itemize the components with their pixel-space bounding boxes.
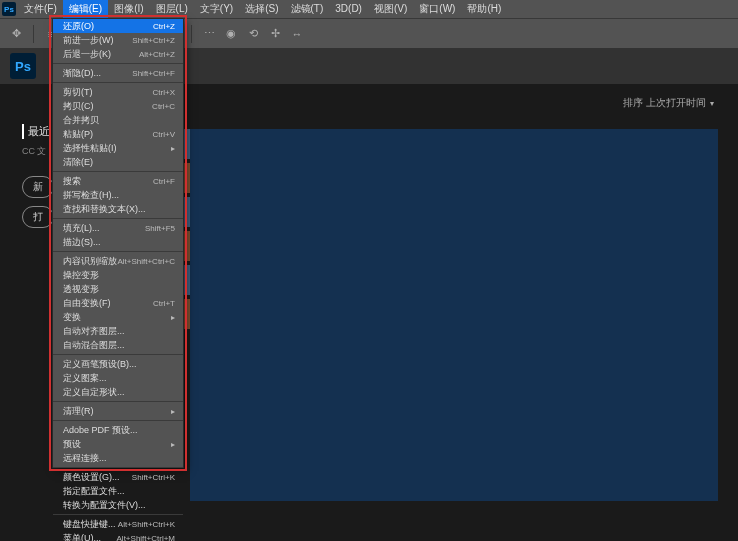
menu-文字y[interactable]: 文字(Y) — [194, 0, 239, 18]
menu-窗口w[interactable]: 窗口(W) — [413, 0, 461, 18]
menu-separator — [53, 420, 183, 421]
menubar: Ps 文件(F)编辑(E)图像(I)图层(L)文字(Y)选择(S)滤镜(T)3D… — [0, 0, 738, 18]
menu-item[interactable]: 内容识别缩放Alt+Shift+Ctrl+C — [53, 254, 183, 268]
menu-item[interactable]: 搜索Ctrl+F — [53, 174, 183, 188]
menu-item[interactable]: Adobe PDF 预设... — [53, 423, 183, 437]
menu-图层l[interactable]: 图层(L) — [150, 0, 194, 18]
menu-separator — [53, 251, 183, 252]
recent-label: 最近 — [22, 124, 54, 139]
canvas-area — [190, 129, 718, 501]
menu-item[interactable]: 变换 — [53, 310, 183, 324]
menu-separator — [53, 401, 183, 402]
menu-item[interactable]: 填充(L)...Shift+F5 — [53, 221, 183, 235]
3d-mode-icon[interactable]: ◉ — [223, 26, 239, 42]
menu-item[interactable]: 颜色设置(G)...Shift+Ctrl+K — [53, 470, 183, 484]
menu-编辑e[interactable]: 编辑(E) — [63, 0, 108, 18]
ps-logo-small: Ps — [2, 2, 16, 16]
menu-item[interactable]: 远程连接... — [53, 451, 183, 465]
sort-dropdown[interactable]: 排序 上次打开时间 — [623, 96, 714, 110]
menu-item[interactable]: 指定配置文件... — [53, 484, 183, 498]
menu-帮助h[interactable]: 帮助(H) — [461, 0, 507, 18]
move-tool-icon[interactable]: ✥ — [8, 26, 24, 42]
menu-视图v[interactable]: 视图(V) — [368, 0, 413, 18]
open-button[interactable]: 打 — [22, 206, 54, 228]
menu-separator — [53, 171, 183, 172]
menu-separator — [53, 467, 183, 468]
more-icon[interactable]: ⋯ — [201, 26, 217, 42]
menu-选择s[interactable]: 选择(S) — [239, 0, 284, 18]
menu-separator — [53, 63, 183, 64]
menu-separator — [53, 514, 183, 515]
menu-item[interactable]: 拷贝(C)Ctrl+C — [53, 99, 183, 113]
home-left-panel: 最近 CC 文 新 打 — [22, 124, 54, 236]
new-button[interactable]: 新 — [22, 176, 54, 198]
menu-item[interactable]: 后退一步(K)Alt+Ctrl+Z — [53, 47, 183, 61]
cc-files-label: CC 文 — [22, 145, 54, 158]
menu-item[interactable]: 还原(O)Ctrl+Z — [53, 19, 183, 33]
menu-item[interactable]: 键盘快捷键...Alt+Shift+Ctrl+K — [53, 517, 183, 531]
menu-item[interactable]: 操控变形 — [53, 268, 183, 282]
menu-滤镜t[interactable]: 滤镜(T) — [285, 0, 330, 18]
menu-item[interactable]: 自动混合图层... — [53, 338, 183, 352]
menu-separator — [53, 82, 183, 83]
menu-item[interactable]: 描边(S)... — [53, 235, 183, 249]
ps-logo-icon: Ps — [10, 53, 36, 79]
menu-3dd[interactable]: 3D(D) — [329, 0, 368, 18]
menu-item[interactable]: 渐隐(D)...Shift+Ctrl+F — [53, 66, 183, 80]
menu-item[interactable]: 选择性粘贴(I) — [53, 141, 183, 155]
menu-item[interactable]: 转换为配置文件(V)... — [53, 498, 183, 512]
menu-item[interactable]: 透视变形 — [53, 282, 183, 296]
menu-item[interactable]: 定义画笔预设(B)... — [53, 357, 183, 371]
menu-item[interactable]: 定义自定形状... — [53, 385, 183, 399]
menu-item[interactable]: 粘贴(P)Ctrl+V — [53, 127, 183, 141]
menu-item[interactable]: 预设 — [53, 437, 183, 451]
menu-item[interactable]: 清除(E) — [53, 155, 183, 169]
menu-item[interactable]: 清理(R) — [53, 404, 183, 418]
menu-item[interactable]: 拼写检查(H)... — [53, 188, 183, 202]
menu-item[interactable]: 剪切(T)Ctrl+X — [53, 85, 183, 99]
3d-pan-icon[interactable]: ✢ — [267, 26, 283, 42]
menu-item[interactable]: 前进一步(W)Shift+Ctrl+Z — [53, 33, 183, 47]
menu-文件f[interactable]: 文件(F) — [18, 0, 63, 18]
menu-item[interactable]: 菜单(U)...Alt+Shift+Ctrl+M — [53, 531, 183, 541]
menu-separator — [53, 354, 183, 355]
3d-orbit-icon[interactable]: ⟲ — [245, 26, 261, 42]
menu-item[interactable]: 定义图案... — [53, 371, 183, 385]
3d-slide-icon[interactable]: ↔ — [289, 26, 305, 42]
edit-menu-dropdown: 还原(O)Ctrl+Z前进一步(W)Shift+Ctrl+Z后退一步(K)Alt… — [52, 18, 184, 468]
menu-item[interactable]: 自由变换(F)Ctrl+T — [53, 296, 183, 310]
menu-图像i[interactable]: 图像(I) — [108, 0, 149, 18]
menu-item[interactable]: 合并拷贝 — [53, 113, 183, 127]
menu-item[interactable]: 自动对齐图层... — [53, 324, 183, 338]
menu-separator — [53, 218, 183, 219]
menu-item[interactable]: 查找和替换文本(X)... — [53, 202, 183, 216]
